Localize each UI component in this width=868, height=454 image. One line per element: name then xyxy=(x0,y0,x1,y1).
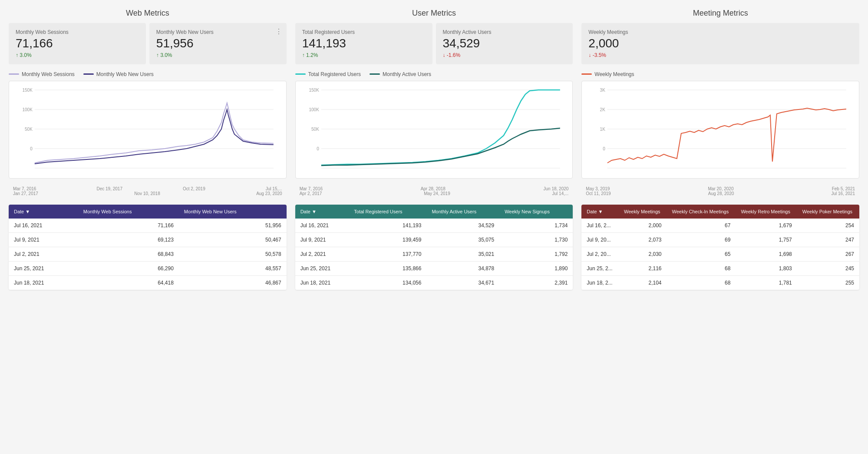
table-cell: Jul 16, 2021 xyxy=(295,219,349,233)
table-cell: 34,878 xyxy=(426,261,499,275)
table-cell: Jun 25, 2... xyxy=(581,261,619,275)
table-row: Jul 9, 202169,12350,467 xyxy=(9,232,287,247)
x-axis-label: May 3, 2019 xyxy=(586,186,610,191)
table-row: Jul 16, 202171,16651,956 xyxy=(9,219,287,233)
table-header-cell[interactable]: Date ▼ xyxy=(9,205,78,219)
kpi-change: ↑ 1.2% xyxy=(302,52,426,58)
table-row: Jul 16, 2...2,000671,679254 xyxy=(581,219,859,233)
table-cell: 245 xyxy=(797,261,859,275)
table-cell: 69,123 xyxy=(78,232,179,247)
kpi-value: 2,000 xyxy=(588,37,852,50)
table-header-cell[interactable]: Total Registered Users xyxy=(349,205,426,219)
meeting-kpi-row: Weekly Meetings2,000↓ -3.5% xyxy=(581,23,859,64)
table-header-cell[interactable]: Date ▼ xyxy=(295,205,349,219)
table-cell: Jun 25, 2021 xyxy=(9,261,78,275)
legend-label: Total Registered Users xyxy=(308,71,361,77)
table-row: Jul 16, 2021141,19334,5291,734 xyxy=(295,219,573,233)
table-cell: 267 xyxy=(797,247,859,261)
user-title: User Metrics xyxy=(295,9,573,18)
kpi-change: ↑ 3.0% xyxy=(156,52,280,58)
table-header-cell[interactable]: Weekly New Signups xyxy=(499,205,573,219)
table-cell: 67 xyxy=(667,219,736,233)
table-header-cell[interactable]: Weekly Check-In Meetings xyxy=(667,205,736,219)
legend-line-indicator xyxy=(9,73,19,75)
table-cell: Jun 18, 2... xyxy=(581,275,619,290)
table-cell: 2,073 xyxy=(619,232,667,247)
table-header-cell[interactable]: Weekly Poker Meetings xyxy=(797,205,859,219)
legend-item: Monthly Web Sessions xyxy=(9,71,75,77)
svg-text:50K: 50K xyxy=(25,127,33,132)
x-axis-labels-row2: Jan 27, 2017Nov 10, 2018Aug 23, 2020 xyxy=(9,191,287,196)
kpi-change: ↑ 3.0% xyxy=(16,52,139,58)
table-cell: 2,000 xyxy=(619,219,667,233)
kpi-value: 71,166 xyxy=(16,37,139,50)
svg-text:150K: 150K xyxy=(22,88,33,93)
table-row: Jul 9, 20...2,073691,757247 xyxy=(581,232,859,247)
table-cell: 71,166 xyxy=(78,219,179,233)
kpi-value: 51,956 xyxy=(156,37,280,50)
table-cell: 254 xyxy=(797,219,859,233)
legend-label: Weekly Meetings xyxy=(594,71,634,77)
x-axis-label: Apr 2, 2017 xyxy=(300,191,322,196)
x-axis-labels-row1: May 3, 2019Mar 20, 2020Feb 5, 2021 xyxy=(581,186,859,191)
meeting-title: Meeting Metrics xyxy=(581,9,859,18)
table-header-cell[interactable]: Monthly Web Sessions xyxy=(78,205,179,219)
x-axis-label: Mar 7, 2016 xyxy=(13,186,36,191)
table-cell: 1,730 xyxy=(499,232,573,247)
x-axis-labels-row2: Apr 2, 2017May 24, 2019Jul 14,... xyxy=(295,191,573,196)
web-table: Date ▼Monthly Web SessionsMonthly Web Ne… xyxy=(9,205,287,290)
table-cell: 46,867 xyxy=(179,275,287,290)
legend-line-indicator xyxy=(370,73,380,75)
table-cell: Jul 9, 2021 xyxy=(9,232,78,247)
table-row: Jun 25, 2021135,86634,8781,890 xyxy=(295,261,573,275)
table-cell: Jul 9, 20... xyxy=(581,232,619,247)
table-cell: 65 xyxy=(667,247,736,261)
meeting-table: Date ▼Weekly MeetingsWeekly Check-In Mee… xyxy=(581,205,859,290)
table-cell: 2,116 xyxy=(619,261,667,275)
table-row: Jul 9, 2021139,45935,0751,730 xyxy=(295,232,573,247)
table-cell: 68,843 xyxy=(78,247,179,261)
table-cell: 1,698 xyxy=(736,247,797,261)
table-row: Jul 2, 20...2,030651,698267 xyxy=(581,247,859,261)
svg-text:100K: 100K xyxy=(309,107,319,112)
legend-label: Monthly Web Sessions xyxy=(22,71,75,77)
x-axis-label: Jan 27, 2017 xyxy=(13,191,38,196)
table-header-cell[interactable]: Monthly Web New Users xyxy=(179,205,287,219)
table-cell: 141,193 xyxy=(349,219,426,233)
table-cell: 1,803 xyxy=(736,261,797,275)
dashboard: Web MetricsMonthly Web Sessions71,166↑ 3… xyxy=(9,9,859,290)
section-user: User MetricsTotal Registered Users141,19… xyxy=(295,9,573,290)
svg-text:150K: 150K xyxy=(309,88,319,93)
table-cell: 139,459 xyxy=(349,232,426,247)
table-cell: 247 xyxy=(797,232,859,247)
table-cell: 2,391 xyxy=(499,275,573,290)
table-header-cell[interactable]: Date ▼ xyxy=(581,205,619,219)
table-row: Jun 18, 2...2,104681,781255 xyxy=(581,275,859,290)
table-header-cell[interactable]: Weekly Retro Meetings xyxy=(736,205,797,219)
user-legend: Total Registered UsersMonthly Active Use… xyxy=(295,71,573,77)
kpi-menu-button[interactable]: ⋮ xyxy=(275,27,282,36)
legend-item: Monthly Active Users xyxy=(370,71,431,77)
table-row: Jul 2, 2021137,77035,0211,792 xyxy=(295,247,573,261)
kpi-label: Monthly Active Users xyxy=(443,29,566,35)
web-chart: 150K100K50K0 xyxy=(9,81,287,179)
x-axis-label: Mar 20, 2020 xyxy=(708,186,734,191)
legend-item: Monthly Web New Users xyxy=(83,71,154,77)
user-table: Date ▼Total Registered UsersMonthly Acti… xyxy=(295,205,573,290)
table-header-cell[interactable]: Weekly Meetings xyxy=(619,205,667,219)
table-cell: 134,056 xyxy=(349,275,426,290)
legend-item: Total Registered Users xyxy=(295,71,361,77)
table-cell: Jul 16, 2... xyxy=(581,219,619,233)
x-axis-label: Aug 28, 2020 xyxy=(708,191,734,196)
kpi-card: Weekly Meetings2,000↓ -3.5% xyxy=(581,23,859,64)
table-cell: 1,792 xyxy=(499,247,573,261)
table-header-cell[interactable]: Monthly Active Users xyxy=(426,205,499,219)
svg-text:0: 0 xyxy=(317,146,319,151)
table-cell: 48,557 xyxy=(179,261,287,275)
section-meeting: Meeting MetricsWeekly Meetings2,000↓ -3.… xyxy=(581,9,859,290)
legend-label: Monthly Active Users xyxy=(383,71,431,77)
svg-text:0: 0 xyxy=(30,146,33,151)
table-cell: 69 xyxy=(667,232,736,247)
web-legend: Monthly Web SessionsMonthly Web New User… xyxy=(9,71,287,77)
table-cell: Jun 18, 2021 xyxy=(9,275,78,290)
